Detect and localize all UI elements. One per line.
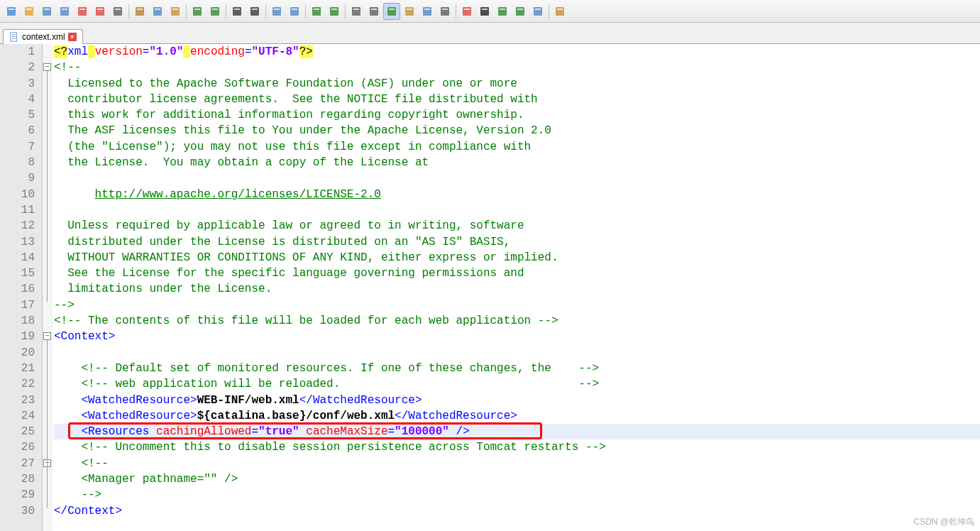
- code-line[interactable]: <!-- web application will be reloaded. -…: [54, 376, 980, 392]
- new-file-icon[interactable]: [3, 3, 20, 20]
- play-multi-icon[interactable]: [512, 3, 529, 20]
- close-file-icon[interactable]: [74, 3, 91, 20]
- compare-icon[interactable]: [551, 3, 568, 20]
- code-line[interactable]: <WatchedResource>${catalina.base}/conf/w…: [54, 408, 980, 424]
- save-all-icon[interactable]: [56, 3, 73, 20]
- indent-guide-icon[interactable]: [383, 3, 400, 20]
- fold-handle[interactable]: −: [43, 63, 51, 71]
- save-macro-icon[interactable]: [529, 3, 546, 20]
- line-number: 15: [0, 266, 35, 281]
- svg-rect-17: [155, 9, 160, 10]
- close-icon[interactable]: ×: [68, 33, 77, 41]
- svg-rect-29: [274, 9, 280, 10]
- save-icon[interactable]: [38, 3, 55, 20]
- code-line[interactable]: -->: [54, 487, 980, 503]
- print-icon[interactable]: [109, 3, 126, 20]
- line-number: 14: [0, 250, 35, 266]
- code-line[interactable]: WITHOUT WARRANTIES OR CONDITIONS OF ANY …: [54, 250, 980, 266]
- svg-rect-45: [424, 9, 430, 10]
- paste-icon[interactable]: [167, 3, 184, 20]
- sync-h-icon[interactable]: [326, 3, 343, 20]
- open-folder-icon[interactable]: [21, 3, 38, 20]
- code-line[interactable]: <!-- The contents of this file will be l…: [54, 313, 980, 329]
- code-line[interactable]: [54, 170, 980, 186]
- line-number: 22: [0, 376, 35, 392]
- user-lang-icon[interactable]: [401, 3, 418, 20]
- wrap-icon[interactable]: [348, 3, 365, 20]
- toolbar-separator: [305, 4, 306, 18]
- toolbar-separator: [265, 4, 266, 18]
- redo-icon[interactable]: [207, 3, 224, 20]
- find-icon[interactable]: [229, 3, 246, 20]
- code-line[interactable]: the License. You may obtain a copy of th…: [54, 155, 980, 170]
- code-line[interactable]: <Resources cachingAllowed="true" cacheMa…: [54, 424, 980, 439]
- code-line[interactable]: See the License for the specific languag…: [54, 266, 980, 281]
- svg-rect-37: [353, 9, 359, 10]
- svg-rect-15: [137, 9, 143, 10]
- code-line[interactable]: <?xml version="1.0" encoding="UTF-8"?>: [54, 44, 980, 60]
- code-line[interactable]: <WatchedResource>WEB-INF/web.xml</Watche…: [54, 393, 980, 408]
- svg-rect-47: [442, 9, 448, 10]
- code-line[interactable]: <!-- Uncomment this to disable session p…: [54, 439, 980, 455]
- close-all-icon[interactable]: [92, 3, 109, 20]
- toolbar-separator: [226, 4, 226, 18]
- code-line[interactable]: <!--: [54, 60, 980, 75]
- line-number: 27: [0, 456, 35, 471]
- cut-icon[interactable]: [131, 3, 148, 20]
- zoom-in-icon[interactable]: [268, 3, 285, 20]
- sync-v-icon[interactable]: [308, 3, 325, 20]
- svg-rect-22: [211, 7, 219, 16]
- code-line[interactable]: Licensed to the Apache Software Foundati…: [54, 76, 980, 92]
- line-number: 21: [0, 361, 35, 376]
- copy-icon[interactable]: [149, 3, 166, 20]
- code-line[interactable]: Unless required by applicable law or agr…: [54, 218, 980, 234]
- svg-rect-6: [60, 7, 69, 16]
- code-line[interactable]: [54, 202, 980, 218]
- record-macro-icon[interactable]: [458, 3, 475, 20]
- svg-rect-11: [97, 9, 103, 10]
- code-line[interactable]: </Context>: [54, 503, 980, 519]
- svg-rect-26: [250, 7, 259, 16]
- svg-rect-38: [370, 7, 378, 16]
- code-area[interactable]: <?xml version="1.0" encoding="UTF-8"?><!…: [53, 44, 980, 531]
- code-line[interactable]: this work for additional information reg…: [54, 107, 980, 123]
- line-number: 23: [0, 393, 35, 408]
- code-line[interactable]: <Manager pathname="" />: [54, 471, 980, 487]
- svg-rect-62: [12, 36, 16, 37]
- svg-rect-8: [78, 7, 87, 16]
- zoom-out-icon[interactable]: [286, 3, 303, 20]
- line-number: 2: [0, 60, 35, 75]
- doc-map-icon[interactable]: [419, 3, 436, 20]
- svg-rect-21: [194, 9, 200, 10]
- svg-rect-14: [136, 7, 144, 16]
- show-ws-icon[interactable]: [365, 3, 382, 20]
- code-line[interactable]: -->: [54, 297, 980, 313]
- code-line[interactable]: The ASF licenses this file to You under …: [54, 123, 980, 138]
- code-line[interactable]: contributor license agreements. See the …: [54, 92, 980, 107]
- code-line[interactable]: [54, 345, 980, 361]
- tab-label: context.xml: [22, 32, 65, 42]
- replace-icon[interactable]: [246, 3, 263, 20]
- svg-rect-43: [407, 9, 412, 10]
- stop-macro-icon[interactable]: [476, 3, 493, 20]
- code-line[interactable]: (the "License"); you may not use this fi…: [54, 139, 980, 155]
- fold-handle[interactable]: −: [43, 332, 51, 340]
- line-number: 5: [0, 107, 35, 123]
- tab-context-xml[interactable]: context.xml ×: [3, 29, 83, 44]
- code-line[interactable]: <Context>: [54, 329, 980, 344]
- line-number: 9: [0, 170, 35, 186]
- svg-rect-61: [12, 35, 16, 35]
- code-line[interactable]: limitations under the License.: [54, 281, 980, 297]
- code-line[interactable]: distributed under the License is distrib…: [54, 234, 980, 250]
- play-macro-icon[interactable]: [494, 3, 511, 20]
- toolbar-separator: [345, 4, 346, 18]
- code-line[interactable]: <!--: [54, 456, 980, 471]
- line-number: 11: [0, 202, 35, 218]
- code-line[interactable]: <!-- Default set of monitored resources.…: [54, 361, 980, 376]
- svg-rect-50: [480, 7, 489, 16]
- func-list-icon[interactable]: [436, 3, 453, 20]
- undo-icon[interactable]: [189, 3, 206, 20]
- line-number: 6: [0, 123, 35, 138]
- code-line[interactable]: http://www.apache.org/licenses/LICENSE-2…: [54, 187, 980, 202]
- svg-rect-0: [7, 7, 16, 16]
